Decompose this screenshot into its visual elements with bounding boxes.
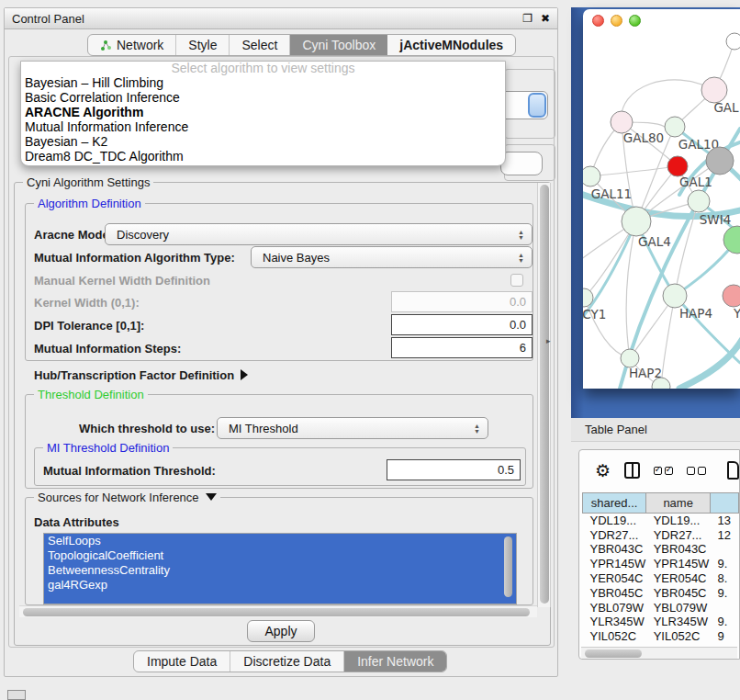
table-row[interactable]: YBR043CYBR043C <box>583 542 739 557</box>
attribute-item[interactable] <box>44 593 516 604</box>
table-cell: YER054C <box>583 571 646 586</box>
document-icon[interactable] <box>727 461 739 480</box>
table-data-field-fragment[interactable] <box>500 152 543 175</box>
settings-hscroll-track[interactable] <box>19 605 537 617</box>
network-node[interactable] <box>667 156 688 176</box>
bottom-left-partial-button[interactable] <box>7 690 26 700</box>
mi-steps-field[interactable]: 6 <box>391 337 533 358</box>
network-canvas[interactable]: GALGAL80GAL10GAL1GAL11GAL4SWI4HAP4YGCY1H… <box>583 9 740 389</box>
table-cell: 13 <box>711 514 739 528</box>
column-header[interactable]: shared... <box>583 493 646 514</box>
network-view-window[interactable]: GALGAL80GAL10GAL1GAL11GAL4SWI4HAP4YGCY1H… <box>583 9 740 389</box>
minimize-window-icon[interactable] <box>611 15 622 27</box>
attribute-item[interactable]: gal4RGexp <box>44 578 516 593</box>
attribute-item[interactable]: TopologicalCoefficient <box>44 548 516 563</box>
table-cell: YER054C <box>646 571 711 586</box>
tab-infer-network[interactable]: Infer Network <box>344 651 446 672</box>
mi-threshold-legend: MI Threshold Definition <box>43 441 173 455</box>
columns-icon[interactable] <box>624 462 640 479</box>
network-edge[interactable] <box>590 166 678 176</box>
gear-icon[interactable]: ⚙ <box>595 462 611 480</box>
zoom-window-icon[interactable] <box>629 15 641 27</box>
close-window-icon[interactable] <box>592 15 604 27</box>
mi-threshold-value: 0.5 <box>498 463 514 477</box>
network-node-gal[interactable] <box>701 77 727 103</box>
dpi-tolerance-field[interactable]: 0.0 <box>391 314 533 335</box>
tab-style[interactable]: Style <box>176 35 230 55</box>
which-threshold-label: Which threshold to use: <box>79 422 215 435</box>
table-row[interactable]: YPR145WYPR145W9. <box>583 557 739 571</box>
algorithm-option[interactable]: Mutual Information Inference <box>21 119 505 134</box>
algorithm-option[interactable]: ARACNE Algorithm <box>21 105 505 119</box>
algorithm-option[interactable]: Bayesian – Hill Climbing <box>21 75 505 90</box>
table-hscroll[interactable] <box>581 647 737 659</box>
network-node-gal10[interactable] <box>665 117 685 137</box>
algorithm-option[interactable]: Basic Correlation Inference <box>21 90 505 105</box>
checked-boxes-icon[interactable] <box>654 467 673 475</box>
data-attributes-list[interactable]: SelfLoopsTopologicalCoefficientBetweenne… <box>43 533 517 604</box>
network-edge[interactable] <box>679 340 740 389</box>
tab-network[interactable]: Network <box>88 35 176 55</box>
tab-cyni-toolbox[interactable]: Cyni Toolbox <box>290 35 387 55</box>
mi-type-value: Naive Bayes <box>263 251 330 265</box>
node-table[interactable]: shared...name YDL19...YDL19...13YDR27...… <box>582 492 739 644</box>
network-node-hap4[interactable] <box>663 284 687 308</box>
table-row[interactable]: YBL079WYBL079W <box>583 600 739 615</box>
attributes-list-scrollbar[interactable] <box>504 536 512 597</box>
tab-discretize-data[interactable]: Discretize Data <box>230 651 344 672</box>
cyni-bottom-tabbar: Impute DataDiscretize DataInfer Network <box>133 650 447 672</box>
tab-select[interactable]: Select <box>230 35 290 55</box>
mi-steps-label: Mutual Information Steps: <box>34 342 181 356</box>
mi-threshold-field[interactable]: 0.5 <box>387 459 521 480</box>
network-node[interactable] <box>706 147 734 175</box>
network-node-gal4[interactable] <box>622 207 651 236</box>
network-edge[interactable] <box>661 296 675 387</box>
which-threshold-combobox[interactable]: MI Threshold ▲▼ <box>217 417 488 439</box>
network-node[interactable] <box>726 33 740 50</box>
network-node-gal11[interactable] <box>583 166 600 186</box>
network-edge[interactable] <box>622 80 714 122</box>
sources-legend[interactable]: Sources for Network Inference <box>34 491 220 504</box>
kernel-width-field[interactable]: 0.0 <box>391 291 533 312</box>
close-panel-icon[interactable]: ✖ <box>541 13 550 24</box>
column-header[interactable]: name <box>646 493 711 514</box>
splitter-collapse-arrow[interactable]: ▸ <box>546 336 551 345</box>
algorithm-option[interactable]: Bayesian – K2 <box>21 134 505 149</box>
table-row[interactable]: YBR045CYBR045C9. <box>583 585 739 600</box>
tab-jactivemnodules[interactable]: jActiveMNodules <box>387 35 515 55</box>
attribute-item[interactable]: BetweennessCentrality <box>44 563 516 578</box>
combobox-focused-arrow-button[interactable] <box>528 93 546 118</box>
table-cell: YDR27... <box>646 527 711 542</box>
table-cell: 9. <box>711 585 739 600</box>
algorithm-option[interactable]: Dream8 DC_TDC Algorithm <box>21 149 505 164</box>
table-row[interactable]: YDL19...YDL19...13 <box>583 514 739 528</box>
unchecked-boxes-icon[interactable] <box>687 467 706 475</box>
network-node-gal1[interactable] <box>688 190 710 212</box>
network-node-y[interactable] <box>723 285 740 307</box>
tab-label: Style <box>188 38 217 52</box>
tab-impute-data[interactable]: Impute Data <box>134 651 230 672</box>
manual-kernel-checkbox[interactable] <box>510 274 523 287</box>
network-node-swi4[interactable] <box>723 226 740 254</box>
table-row[interactable]: YDR27...YDR27...12 <box>583 527 739 542</box>
table-cell: YIL052C <box>583 629 646 644</box>
mi-threshold-label: Mutual Information Threshold: <box>43 464 216 478</box>
table-row[interactable]: YLR345WYLR345W9. <box>583 615 739 629</box>
table-cell: YDL19... <box>646 514 711 528</box>
apply-button[interactable]: Apply <box>247 620 315 642</box>
attribute-item[interactable]: SelfLoops <box>44 534 516 548</box>
settings-vscroll-track[interactable] <box>537 183 551 607</box>
column-header[interactable] <box>711 493 739 514</box>
table-row[interactable]: YIL052CYIL052C9 <box>583 629 739 644</box>
hub-definition-label: Hub/Transcription Factor Definition <box>34 368 234 382</box>
mi-type-combobox[interactable]: Naive Bayes ▲▼ <box>251 246 533 268</box>
control-panel-titlebar: Control Panel ❐ ✖ <box>5 8 557 29</box>
hub-definition-toggle[interactable]: Hub/Transcription Factor Definition <box>34 368 248 382</box>
network-node-hap2[interactable] <box>621 349 639 367</box>
tab-label: Cyni Toolbox <box>302 38 376 52</box>
table-row[interactable]: YER054CYER054C8. <box>583 571 739 586</box>
aracne-mode-combobox[interactable]: Discovery ▲▼ <box>105 223 533 245</box>
table-cell: YBL079W <box>646 600 711 615</box>
float-window-icon[interactable]: ❐ <box>522 13 533 24</box>
data-attributes-label: Data Attributes <box>34 515 119 529</box>
